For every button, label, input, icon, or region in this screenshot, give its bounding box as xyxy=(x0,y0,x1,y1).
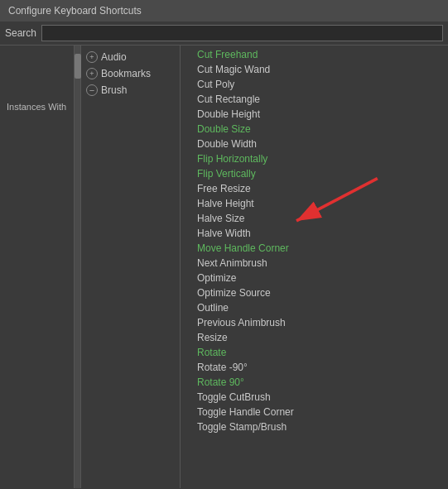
brush-item-6[interactable]: Double Width xyxy=(181,137,448,151)
brush-item-17[interactable]: Outline xyxy=(181,300,448,315)
items-panel: Cut FreehandCut Magic WandCut PolyCut Re… xyxy=(181,46,448,488)
brush-item-22[interactable]: Rotate 90° xyxy=(181,375,448,390)
tree-expand-icon-audio: + xyxy=(86,51,98,63)
brush-item-18[interactable]: Previous Animbrush xyxy=(181,315,448,330)
brush-item-10[interactable]: Halve Height xyxy=(181,196,448,211)
tree-item-brush[interactable]: − Brush xyxy=(81,82,180,98)
search-label: Search xyxy=(5,27,36,39)
tree-expand-icon-bookmarks: + xyxy=(86,68,98,79)
tree-expand-icon-brush: − xyxy=(86,84,98,96)
brush-item-5[interactable]: Double Size xyxy=(181,122,448,137)
left-panel: Instances With xyxy=(0,46,75,488)
search-input[interactable] xyxy=(41,25,443,41)
tree-panel: + Audio + Bookmarks − Brush xyxy=(81,46,181,488)
tree-label-audio: Audio xyxy=(101,51,127,63)
brush-item-12[interactable]: Halve Width xyxy=(181,226,448,241)
tree-label-bookmarks: Bookmarks xyxy=(101,68,151,79)
brush-item-21[interactable]: Rotate -90° xyxy=(181,360,448,375)
brush-item-9[interactable]: Free Resize xyxy=(181,181,448,196)
brush-item-8[interactable]: Flip Vertically xyxy=(181,166,448,181)
search-bar: Search xyxy=(0,22,448,46)
brush-item-2[interactable]: Cut Poly xyxy=(181,77,448,92)
brush-item-15[interactable]: Optimize xyxy=(181,271,448,285)
brush-item-7[interactable]: Flip Horizontally xyxy=(181,151,448,166)
brush-item-11[interactable]: Halve Size xyxy=(181,211,448,226)
tree-item-bookmarks[interactable]: + Bookmarks xyxy=(81,65,180,82)
scroll-indicator[interactable] xyxy=(75,46,81,488)
instances-with-label: Instances With xyxy=(0,98,74,115)
brush-item-19[interactable]: Resize xyxy=(181,330,448,345)
brush-item-1[interactable]: Cut Magic Wand xyxy=(181,62,448,77)
brush-item-3[interactable]: Cut Rectangle xyxy=(181,92,448,107)
tree-label-brush: Brush xyxy=(101,84,127,96)
brush-item-25[interactable]: Toggle Stamp/Brush xyxy=(181,419,448,434)
brush-item-20[interactable]: Rotate xyxy=(181,345,448,360)
tree-item-audio[interactable]: + Audio xyxy=(81,49,180,65)
window-title: Configure Keyboard Shortcuts xyxy=(8,5,142,17)
brush-item-0[interactable]: Cut Freehand xyxy=(181,47,448,62)
title-bar: Configure Keyboard Shortcuts xyxy=(0,0,448,22)
brush-item-13[interactable]: Move Handle Corner xyxy=(181,241,448,256)
brush-item-14[interactable]: Next Animbrush xyxy=(181,256,448,271)
brush-item-24[interactable]: Toggle Handle Corner xyxy=(181,405,448,419)
brush-item-23[interactable]: Toggle CutBrush xyxy=(181,390,448,405)
brush-item-16[interactable]: Optimize Source xyxy=(181,285,448,300)
brush-item-4[interactable]: Double Height xyxy=(181,107,448,122)
